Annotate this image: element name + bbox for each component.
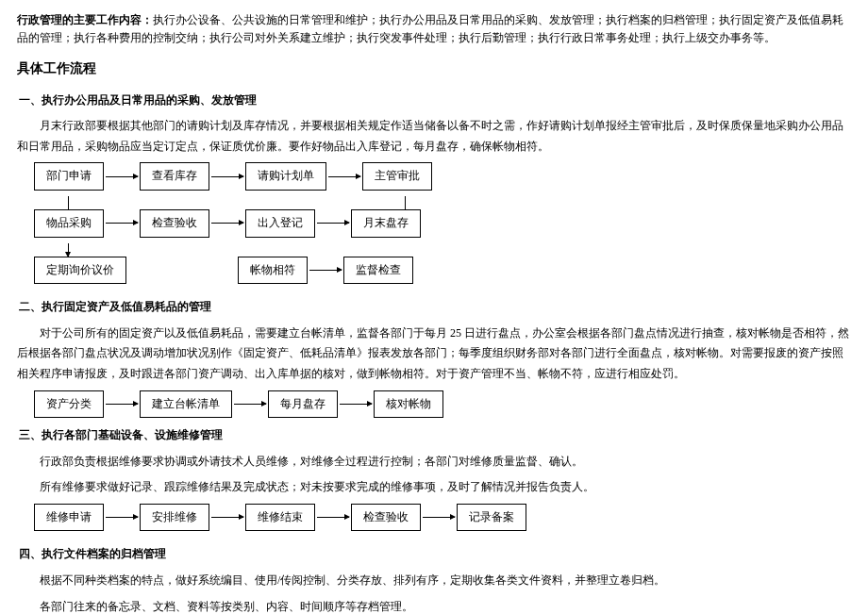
s3-p2: 所有维修要求做好记录、跟踪维修结果及完成状态；对未按要求完成的维修事项，及时了解…: [17, 477, 851, 498]
flow-box: 请购计划单: [245, 162, 326, 191]
arrow-right-icon: [106, 517, 138, 518]
s1-title: 一、执行办公用品及日常用品的采购、发放管理: [17, 91, 851, 111]
arrow-right-icon: [317, 223, 349, 224]
s4-p2: 各部门往来的备忘录、文档、资料等按类别、内容、时间顺序等存档管理。: [17, 597, 851, 614]
flow-box: 每月盘存: [268, 390, 338, 419]
flow-box: 帐物相符: [238, 257, 308, 285]
arrow-right-icon: [106, 176, 138, 177]
flow-box: 维修申请: [34, 504, 104, 532]
arrow-right-icon: [106, 223, 138, 224]
s2-flow: 资产分类 建立台帐清单 每月盘存 核对帐物: [34, 390, 851, 419]
arrow-right-icon: [309, 270, 342, 271]
flow-box: 出入登记: [245, 209, 315, 238]
flow-box: 部门申请: [34, 162, 104, 191]
flow-box: 安排维修: [140, 504, 209, 532]
s2-title: 二、执行固定资产及低值易耗品的管理: [17, 297, 851, 318]
arrow-right-icon: [423, 517, 455, 518]
arrow-right-icon: [317, 517, 349, 518]
s2-p1: 对于公司所有的固定资产以及低值易耗品，需要建立台帐清单，监督各部门于每月 25 …: [17, 324, 851, 385]
arrow-right-icon: [211, 223, 243, 224]
flow-box: 资产分类: [34, 390, 104, 419]
flow-box: 月末盘存: [351, 209, 421, 238]
s4-title: 四、执行文件档案的归档管理: [17, 544, 851, 565]
main-title: 具体工作流程: [17, 57, 851, 80]
s1-p1: 月末行政部要根据其他部门的请购计划及库存情况，并要根据相关规定作适当储备以备不时…: [17, 116, 851, 157]
arrow-right-icon: [211, 517, 243, 518]
flow-box: 检查验收: [140, 209, 209, 238]
arrow-right-icon: [106, 404, 138, 405]
flow-box: 查看库存: [140, 162, 209, 191]
intro-label: 行政管理的主要工作内容：: [17, 13, 153, 26]
s4-p1: 根据不同种类档案的特点，做好系统编目、使用/传阅控制、分类存放、排列有序，定期收…: [17, 571, 851, 591]
arrow-right-icon: [234, 404, 266, 405]
flow-box: 主管审批: [362, 162, 432, 191]
arrow-right-icon: [211, 176, 243, 177]
s1-flow: 部门申请 查看库存 请购计划单 主管审批 物品采购 检查验收 出入登记 月末盘存…: [34, 162, 851, 284]
flow-box: 检查验收: [351, 504, 421, 532]
flow-box: 维修结束: [245, 504, 315, 532]
arrow-right-icon: [340, 404, 372, 405]
flow-box: 监督检查: [343, 257, 413, 285]
intro-paragraph: 行政管理的主要工作内容：执行办公设备、公共设施的日常管理和维护；执行办公用品及日…: [17, 11, 851, 47]
flow-box: 记录备案: [457, 504, 526, 532]
s3-title: 三、执行各部门基础设备、设施维修管理: [17, 425, 851, 446]
s3-p1: 行政部负责根据维修要求协调或外请技术人员维修，对维修全过程进行控制；各部门对维修…: [17, 452, 851, 473]
flow-box: 建立台帐清单: [140, 390, 232, 419]
s3-flow: 维修申请 安排维修 维修结束 检查验收 记录备案: [34, 504, 851, 532]
flow-box: 物品采购: [34, 209, 104, 238]
arrow-right-icon: [328, 176, 360, 177]
flow-box: 定期询价议价: [34, 257, 126, 285]
flow-box: 核对帐物: [374, 390, 443, 419]
